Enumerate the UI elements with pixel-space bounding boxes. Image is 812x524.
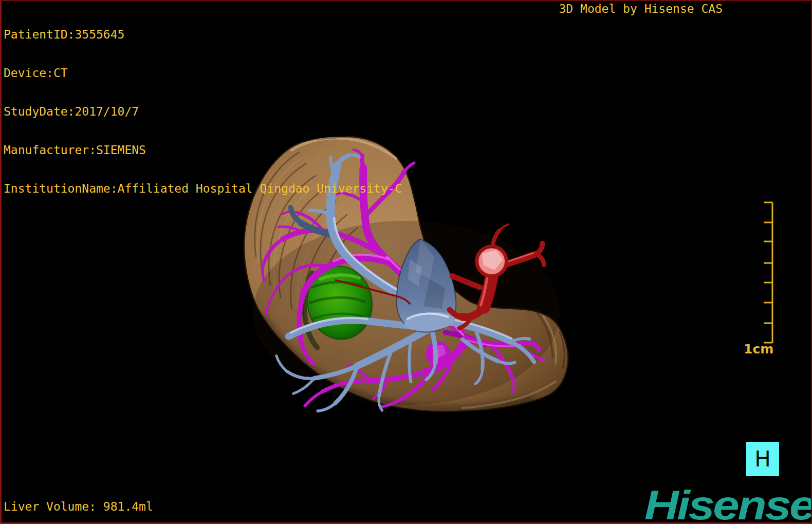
patient-info-overlay: PatientID:3555645 Device:CT StudyDate:20… xyxy=(4,3,402,221)
viewport-3d[interactable]: PatientID:3555645 Device:CT StudyDate:20… xyxy=(0,0,812,524)
manufacturer-line: Manufacturer:SIEMENS xyxy=(4,144,402,157)
hisense-logo: Hisense xyxy=(644,482,812,523)
scale-bar-ruler xyxy=(764,202,772,343)
study-date-line: StudyDate:2017/10/7 xyxy=(4,105,402,118)
patient-id-line: PatientID:3555645 xyxy=(4,28,402,41)
device-line: Device:CT xyxy=(4,67,402,80)
model-credit: 3D Model by Hisense CAS xyxy=(559,3,723,15)
scale-bar: 1cm xyxy=(736,196,808,366)
orientation-marker-label: H xyxy=(754,446,771,472)
institution-line: InstitutionName:Affiliated Hospital Qing… xyxy=(4,182,402,195)
scale-bar-label: 1cm xyxy=(744,342,773,357)
liver-volume-readout: Liver Volume: 981.4ml xyxy=(4,500,153,513)
orientation-marker-h: H xyxy=(746,442,779,476)
